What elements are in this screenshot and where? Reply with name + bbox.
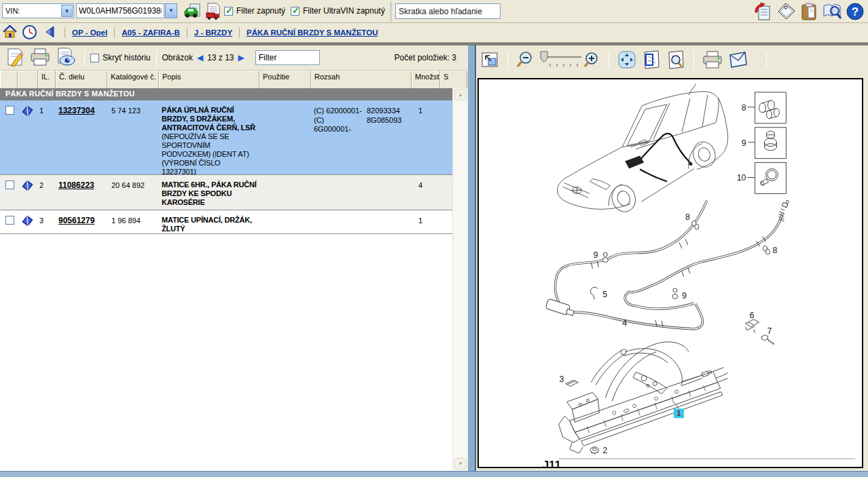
- diagram-code: J11: [543, 459, 561, 467]
- callout-3[interactable]: 3: [560, 375, 564, 384]
- table-row[interactable]: 2 11086223 20 64 892 MATICE 6HR., PÁKA R…: [0, 175, 452, 210]
- row-checkbox[interactable]: [5, 216, 14, 225]
- zoom-out-icon[interactable]: [516, 51, 534, 70]
- next-image-button[interactable]: ▶: [238, 53, 245, 62]
- help-icon[interactable]: ?: [846, 3, 864, 22]
- catalog-book-icon[interactable]: [22, 105, 33, 118]
- header-quantity[interactable]: Množst: [412, 71, 440, 88]
- image-counter: 13 z 13: [207, 53, 234, 62]
- diagram-toolbar: [476, 45, 868, 75]
- vin-history-dropdown[interactable]: ▼: [165, 3, 177, 18]
- vin-type-select[interactable]: VIN: ▼: [2, 3, 74, 18]
- callout-6[interactable]: 6: [750, 311, 755, 320]
- callout-4[interactable]: 4: [622, 318, 627, 328]
- zoom-selection-icon[interactable]: [642, 50, 661, 71]
- print-diagram-icon[interactable]: [702, 50, 723, 71]
- callout-2[interactable]: 2: [602, 446, 607, 455]
- scroll-down-button[interactable]: ▼: [454, 458, 467, 470]
- callout-10-box[interactable]: 10: [737, 173, 746, 183]
- transport-document-icon[interactable]: [205, 3, 221, 22]
- fit-graphic: [480, 50, 499, 69]
- vehicle-document-icon[interactable]: [183, 3, 201, 21]
- fit-to-window-icon[interactable]: [480, 50, 499, 71]
- callout-9-box[interactable]: 9: [742, 138, 746, 148]
- table-header: IL. Č. dielu Katalógové č. Popis Použiti…: [0, 71, 467, 88]
- edit-notes-icon[interactable]: [5, 47, 24, 68]
- breadcrumb-item-subgroup[interactable]: PÁKA RUČNÍ BRZDY S MANŽETOU: [247, 28, 378, 37]
- zoom-window-icon[interactable]: [666, 50, 685, 71]
- parts-toolbar: Skryť históriu Obrázok ◀ 13 z 13 ▶ Počet…: [0, 45, 467, 71]
- email-icon[interactable]: [728, 51, 748, 70]
- table-scrollbar[interactable]: ▲ ▼: [452, 88, 467, 470]
- notes-icon[interactable]: [754, 3, 772, 22]
- hide-history-checkbox[interactable]: Skryť históriu: [90, 53, 151, 62]
- callout-8a[interactable]: 8: [685, 212, 690, 222]
- callout-9b[interactable]: 9: [682, 291, 687, 301]
- filter-on-label: Filter zapnutý: [236, 6, 285, 16]
- chevron-down-icon[interactable]: ▼: [61, 5, 73, 17]
- zoom-in-icon[interactable]: [583, 51, 600, 70]
- callout-5[interactable]: 5: [602, 290, 607, 299]
- toolbar-separator: [766, 52, 767, 69]
- table-filter-input[interactable]: [255, 50, 320, 65]
- zoom-slider[interactable]: [539, 50, 584, 71]
- clipboard-icon[interactable]: [800, 3, 818, 22]
- checkbox-unchecked-icon[interactable]: [90, 54, 99, 62]
- checkbox-checked-icon[interactable]: [224, 7, 233, 16]
- header-usage[interactable]: Použitie: [259, 71, 311, 88]
- back-icon[interactable]: [45, 26, 55, 39]
- panel-splitter[interactable]: [467, 45, 476, 477]
- vin-input[interactable]: [76, 3, 164, 18]
- home-icon[interactable]: [3, 25, 17, 40]
- ultravin-filter-checkbox[interactable]: Filter UltraVIN zapnutý: [291, 6, 385, 16]
- search-input[interactable]: [395, 3, 501, 19]
- toolbar-separator: [391, 1, 391, 22]
- header-s[interactable]: S: [440, 71, 467, 88]
- part-number-link[interactable]: 90561279: [58, 216, 94, 225]
- tag-icon[interactable]: [777, 3, 796, 22]
- catalog-book-icon[interactable]: [22, 215, 33, 228]
- print-icon-graphic: [30, 47, 50, 66]
- filter-on-checkbox[interactable]: Filter zapnutý: [224, 6, 285, 16]
- part-number-link[interactable]: 13237304: [58, 106, 94, 115]
- header-part-number[interactable]: Č. dielu: [56, 71, 107, 88]
- previous-image-button[interactable]: ◀: [197, 53, 203, 62]
- book-search-icon[interactable]: [822, 3, 842, 22]
- catalog-book-icon[interactable]: [22, 180, 33, 193]
- callout-8b[interactable]: 8: [772, 246, 777, 255]
- history-clock-icon[interactable]: [22, 25, 37, 41]
- print-preview-icon[interactable]: [56, 47, 76, 68]
- checkbox-checked-icon[interactable]: [291, 7, 300, 16]
- breadcrumb-item-model[interactable]: A05 - ZAFIRA-B: [122, 28, 180, 37]
- catalog-number: 20 64 892: [111, 181, 145, 189]
- header-description[interactable]: Popis: [159, 71, 259, 88]
- table-row[interactable]: 1 13237304 5 74 123 PÁKA ÚPLNÁ RUČNÍ BRZ…: [0, 100, 452, 175]
- row-checkbox[interactable]: [5, 106, 14, 115]
- header-catalog-number[interactable]: Katalógové č.: [107, 71, 159, 88]
- breadcrumb-item-group[interactable]: J - BRZDY: [194, 28, 232, 37]
- callout-9a[interactable]: 9: [593, 250, 598, 260]
- lever-assembly: [559, 342, 728, 453]
- pan-graphic: [617, 50, 636, 69]
- header-il[interactable]: IL.: [38, 71, 56, 88]
- callout-7[interactable]: 7: [767, 326, 772, 336]
- header-range[interactable]: Rozsah: [311, 71, 412, 88]
- description-plain: (NEPOUŽÍVÁ SE SE SPORTOVNÍM PODVOZKEM) (…: [162, 132, 249, 176]
- book-search-icon-graphic: [822, 3, 842, 20]
- tag-icon-graphic: [777, 3, 796, 20]
- scroll-up-button[interactable]: ▲: [454, 89, 467, 100]
- table-row[interactable]: 3 90561279 1 96 894 MATICE UPÍNACÍ, DRŽÁ…: [0, 210, 452, 234]
- handbrake-cables: [545, 200, 789, 328]
- callout-8-box[interactable]: 8: [742, 103, 746, 113]
- toolbar-separator: [507, 52, 508, 69]
- breadcrumb-item-brand[interactable]: OP - Opel: [72, 28, 107, 37]
- row-checkbox[interactable]: [5, 180, 14, 189]
- header-icon-col: [18, 71, 38, 88]
- print-icon[interactable]: [30, 47, 50, 68]
- part-number-link[interactable]: 11086223: [58, 180, 94, 190]
- parts-diagram[interactable]: 1 8 9 10 8 8 9 9 5 4 6 7 3 2 J11: [477, 78, 863, 468]
- callout-1[interactable]: 1: [676, 409, 681, 417]
- clock-icon-graphic: [22, 25, 37, 39]
- pan-icon[interactable]: [617, 50, 636, 71]
- help-icon-graphic: ?: [846, 3, 864, 20]
